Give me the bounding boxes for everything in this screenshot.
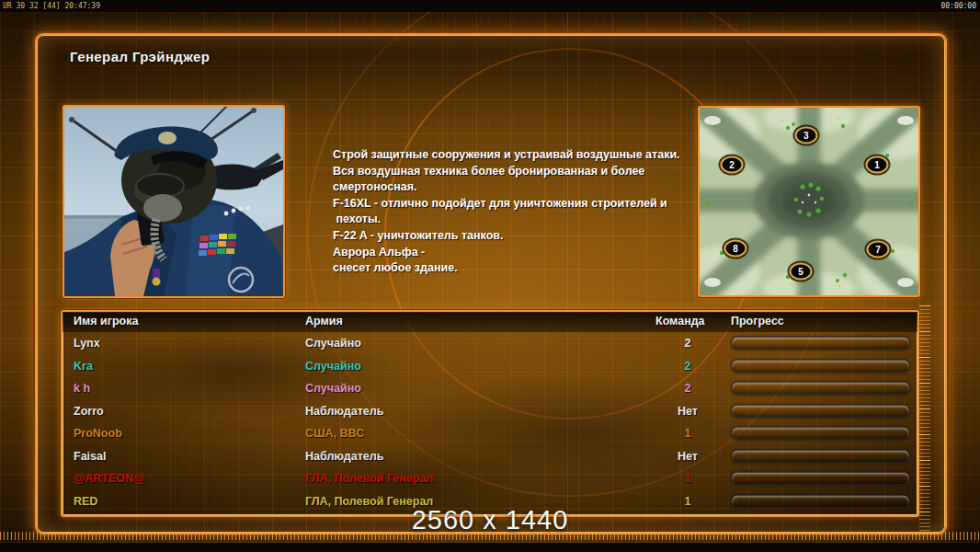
map-player-marker: 8 — [724, 240, 747, 258]
player-table-rows: Lynx Случайно 2 Kra Случайно 2 k h Случа… — [63, 332, 917, 512]
description-line: Вся воздушная техника более бронированна… — [333, 164, 710, 180]
header-player-name: Имя игрока — [74, 315, 138, 328]
player-name: k h — [74, 382, 90, 395]
ruler-vertical — [919, 305, 930, 532]
progress-bar — [731, 359, 910, 373]
general-portrait-image — [64, 107, 283, 296]
map-player-marker: 3 — [794, 126, 817, 144]
player-name: @ARTEON@ — [74, 472, 144, 485]
table-row: Kra Случайно 2 — [63, 355, 917, 378]
player-army: Случайно — [305, 360, 361, 373]
player-team: 1 — [660, 472, 715, 485]
general-description: Строй защитные сооружения и устраивай во… — [333, 147, 710, 277]
table-row: Zorro Наблюдатель Нет — [63, 400, 917, 423]
player-team: Нет — [660, 405, 715, 418]
map-player-marker: 1 — [866, 156, 889, 174]
player-team: Нет — [660, 450, 715, 463]
description-line: Аврора Альфа - — [333, 245, 710, 261]
player-army: Наблюдатель — [305, 405, 383, 418]
description-line: снесет любое здание. — [333, 260, 710, 277]
general-portrait — [63, 105, 285, 298]
header-team: Команда — [655, 315, 705, 328]
player-team: 2 — [660, 382, 715, 395]
game-timer: 00:00:00 — [940, 0, 976, 12]
player-army: Случайно — [305, 382, 361, 395]
player-table-header: Имя игрока Армия Команда Прогресс — [63, 312, 917, 332]
player-team: 2 — [660, 337, 715, 350]
header-army: Армия — [305, 315, 343, 328]
table-row: ProNoob США, ВВС 1 — [63, 422, 917, 445]
resolution-watermark: 2560 x 1440 — [0, 505, 980, 535]
loading-screen-frame: Генерал Грэйнджер — [35, 33, 947, 535]
player-name: Lynx — [74, 337, 100, 350]
map-preview: 321875 — [698, 106, 920, 297]
table-row: @ARTEON@ ГЛА, Полевой Генерал 1 — [63, 467, 917, 490]
progress-bar — [731, 472, 910, 486]
player-army: Наблюдатель — [305, 450, 383, 463]
header-progress: Прогресс — [731, 315, 784, 328]
player-team: 2 — [660, 360, 715, 373]
player-name: ProNoob — [74, 427, 122, 440]
network-stats: UR 30 32 [44] 20:47:39 — [3, 0, 100, 12]
progress-bar — [731, 337, 910, 351]
table-row: Lynx Случайно 2 — [63, 332, 917, 355]
map-player-marker: 2 — [720, 156, 743, 174]
map-player-marker: 5 — [789, 263, 812, 281]
map-player-marker: 7 — [866, 241, 889, 259]
description-line: Строй защитные сооружения и устраивай во… — [333, 147, 710, 164]
description-line: пехоты. — [333, 212, 710, 228]
player-army: США, ВВС — [305, 427, 364, 440]
description-line: смертоносная. — [333, 179, 710, 196]
progress-bar — [731, 427, 910, 441]
player-team: 1 — [660, 427, 715, 440]
description-line: F-16XL - отлично подойдет для уничтожени… — [333, 196, 710, 213]
status-bar-top: UR 30 32 [44] 20:47:39 00:00:00 — [0, 0, 980, 12]
table-row: Faisal Наблюдатель Нет — [63, 445, 917, 468]
progress-bar — [731, 404, 910, 418]
general-title: Генерал Грэйнджер — [70, 49, 210, 64]
player-name: Faisal — [74, 450, 106, 463]
progress-bar — [731, 382, 910, 396]
player-army: Случайно — [305, 337, 361, 350]
table-row: k h Случайно 2 — [63, 377, 917, 400]
player-name: Zorro — [74, 405, 104, 418]
description-line: F-22 A - уничтожитель танков. — [333, 228, 710, 245]
progress-bar — [731, 449, 910, 463]
player-army: ГЛА, Полевой Генерал — [305, 472, 433, 485]
status-bar-bottom — [0, 543, 980, 552]
player-name: Kra — [74, 360, 93, 373]
player-table: Имя игрока Армия Команда Прогресс Lynx С… — [61, 310, 919, 517]
